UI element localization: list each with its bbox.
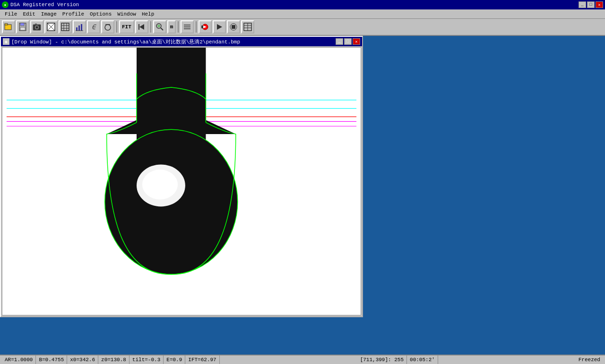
plugin-button[interactable]: ∈ bbox=[87, 20, 100, 34]
svg-rect-36 bbox=[232, 25, 235, 29]
menu-options[interactable]: Options bbox=[87, 11, 114, 17]
svg-point-21 bbox=[105, 25, 111, 30]
main-content: ▣ [Drop Window] - c:\documents and setti… bbox=[0, 36, 605, 355]
svg-rect-4 bbox=[20, 27, 25, 30]
svg-rect-32 bbox=[201, 25, 203, 28]
svg-rect-18 bbox=[78, 25, 80, 31]
drop-window-title: [Drop Window] - c:\documents and setting… bbox=[11, 38, 240, 45]
sep4 bbox=[196, 21, 197, 33]
app-icon: ● bbox=[2, 1, 9, 8]
maximize-button[interactable]: □ bbox=[587, 1, 595, 8]
title-bar-controls: _ □ ✕ bbox=[579, 1, 603, 8]
menu-edit[interactable]: Edit bbox=[20, 11, 38, 17]
camera-button[interactable] bbox=[30, 20, 43, 34]
image-canvas bbox=[2, 47, 361, 315]
close-button[interactable]: ✕ bbox=[596, 1, 603, 8]
sep1 bbox=[116, 21, 117, 33]
status-x0: x0=342.6 bbox=[67, 356, 98, 364]
main-title-bar: ● DSA Registered Version _ □ ✕ bbox=[0, 0, 605, 9]
table-button[interactable] bbox=[241, 20, 254, 34]
svg-marker-34 bbox=[217, 24, 222, 30]
status-time: 00:05:2' bbox=[407, 356, 438, 364]
menu-help[interactable]: Help bbox=[139, 11, 157, 17]
drop-window-controls: _ □ ✕ bbox=[336, 38, 360, 45]
svg-rect-8 bbox=[35, 24, 37, 25]
sep2 bbox=[150, 21, 151, 33]
record-button[interactable] bbox=[199, 20, 212, 34]
svg-rect-1 bbox=[5, 24, 8, 25]
svg-point-7 bbox=[36, 26, 38, 28]
svg-marker-23 bbox=[139, 24, 144, 30]
dw-minimize-button[interactable]: _ bbox=[336, 38, 343, 45]
prev-frame-button[interactable] bbox=[135, 20, 148, 34]
measure-button[interactable]: m bbox=[167, 20, 176, 34]
svg-rect-3 bbox=[20, 23, 24, 25]
status-tilt: tilt=-0.3 bbox=[130, 356, 164, 364]
drop-window-icon: ▣ bbox=[3, 38, 9, 45]
menu-window[interactable]: Window bbox=[114, 11, 139, 17]
save-button[interactable] bbox=[16, 20, 29, 34]
lines-button[interactable] bbox=[181, 20, 194, 34]
status-bar: AR=1.0000 B=0.4755 x0=342.6 z0=130.8 til… bbox=[0, 355, 605, 364]
svg-rect-19 bbox=[81, 24, 82, 31]
svg-point-55 bbox=[142, 169, 178, 199]
sep3 bbox=[178, 21, 179, 33]
status-z0: z0=130.8 bbox=[98, 356, 130, 364]
app-title: DSA Registered Version bbox=[10, 2, 79, 8]
play-button[interactable] bbox=[213, 20, 226, 34]
menu-profile[interactable]: Profile bbox=[60, 11, 87, 17]
snapshot-button[interactable] bbox=[44, 20, 58, 34]
dw-close-button[interactable]: ✕ bbox=[353, 38, 360, 45]
open-button[interactable] bbox=[2, 20, 15, 34]
status-freezed: Freezed bbox=[576, 356, 603, 364]
grid-button[interactable] bbox=[59, 20, 72, 34]
menu-file[interactable]: File bbox=[2, 11, 20, 17]
status-ar: AR=1.0000 bbox=[2, 356, 36, 364]
status-b: B=0.4755 bbox=[36, 356, 67, 364]
svg-rect-12 bbox=[61, 23, 69, 31]
drop-window: ▣ [Drop Window] - c:\documents and setti… bbox=[0, 36, 363, 317]
status-e: E=0.9 bbox=[164, 356, 185, 364]
svg-point-27 bbox=[158, 25, 160, 27]
status-ift: IFT=62.97 bbox=[185, 356, 219, 364]
minimize-button[interactable]: _ bbox=[579, 1, 586, 8]
chart-button[interactable] bbox=[73, 20, 86, 34]
zoom-button[interactable] bbox=[153, 20, 166, 34]
svg-rect-0 bbox=[5, 25, 11, 30]
svg-line-26 bbox=[161, 28, 163, 30]
fit-button[interactable]: FIT bbox=[119, 20, 134, 34]
circle-tool-button[interactable] bbox=[101, 20, 114, 34]
drop-visualization bbox=[2, 48, 361, 315]
stop-button[interactable] bbox=[227, 20, 240, 34]
svg-rect-17 bbox=[76, 27, 78, 31]
drop-window-titlebar: ▣ [Drop Window] - c:\documents and setti… bbox=[1, 37, 362, 46]
toolbar: ∈ FIT m bbox=[0, 19, 605, 36]
menu-image[interactable]: Image bbox=[38, 11, 60, 17]
dw-maximize-button[interactable]: □ bbox=[344, 38, 352, 45]
svg-point-25 bbox=[156, 24, 161, 28]
menu-bar: File Edit Image Profile Options Window H… bbox=[0, 9, 605, 19]
status-coords: [711,399]: 255 bbox=[357, 356, 407, 364]
